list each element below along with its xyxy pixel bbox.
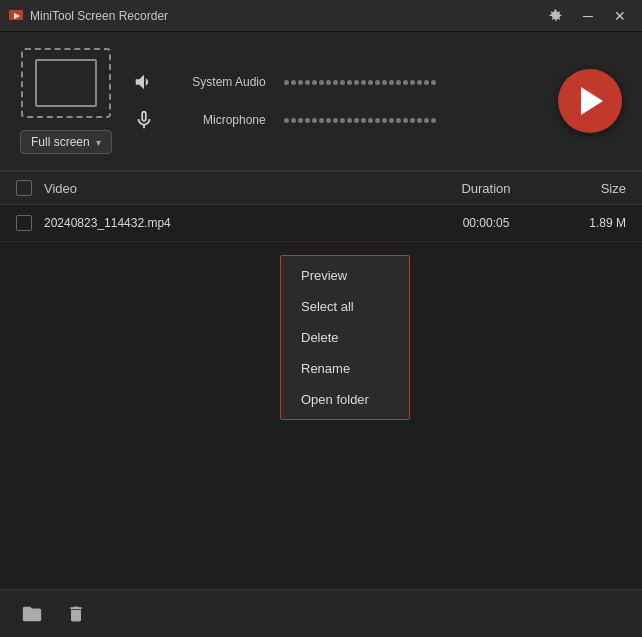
record-button[interactable] bbox=[558, 69, 622, 133]
microphone-label: Microphone bbox=[166, 113, 266, 127]
row-checkbox-col bbox=[16, 215, 44, 231]
trash-icon bbox=[66, 604, 86, 624]
header-duration: Duration bbox=[426, 181, 546, 196]
delete-button[interactable] bbox=[60, 598, 92, 630]
title-bar: MiniTool Screen Recorder ─ ✕ bbox=[0, 0, 642, 32]
row-checkbox[interactable] bbox=[16, 215, 32, 231]
microphone-row: Microphone bbox=[132, 108, 538, 132]
screen-preview bbox=[21, 48, 111, 118]
system-audio-row: System Audio bbox=[132, 70, 538, 94]
screen-selector-label: Full screen bbox=[31, 135, 90, 149]
open-folder-button[interactable] bbox=[16, 598, 48, 630]
row-duration: 00:00:05 bbox=[426, 216, 546, 230]
folder-icon bbox=[21, 603, 43, 625]
row-filename: 20240823_114432.mp4 bbox=[44, 216, 426, 230]
record-button-container bbox=[558, 69, 622, 133]
table-body: 20240823_114432.mp4 00:00:05 1.89 M Prev… bbox=[0, 205, 642, 589]
screen-selector-button[interactable]: Full screen ▾ bbox=[20, 130, 112, 154]
context-menu: Preview Select all Delete Rename Open fo… bbox=[280, 255, 410, 420]
header-checkbox-col bbox=[16, 180, 44, 196]
header-video: Video bbox=[44, 181, 426, 196]
app-title: MiniTool Screen Recorder bbox=[30, 9, 542, 23]
speaker-icon bbox=[132, 70, 156, 94]
close-button[interactable]: ✕ bbox=[606, 2, 634, 30]
system-audio-level bbox=[276, 80, 538, 85]
select-all-checkbox[interactable] bbox=[16, 180, 32, 196]
app-icon bbox=[8, 8, 24, 24]
row-size: 1.89 M bbox=[546, 216, 626, 230]
header-size: Size bbox=[546, 181, 626, 196]
system-audio-label: System Audio bbox=[166, 75, 266, 89]
bottom-toolbar bbox=[0, 589, 642, 637]
audio-controls: System Audio bbox=[132, 70, 538, 132]
context-menu-preview[interactable]: Preview bbox=[281, 260, 409, 291]
context-menu-open-folder[interactable]: Open folder bbox=[281, 384, 409, 415]
file-list-area: Video Duration Size 20240823_114432.mp4 … bbox=[0, 172, 642, 589]
context-menu-rename[interactable]: Rename bbox=[281, 353, 409, 384]
minimize-button[interactable]: ─ bbox=[574, 2, 602, 30]
settings-button[interactable] bbox=[542, 2, 570, 30]
screen-capture-section: Full screen ▾ bbox=[20, 48, 112, 154]
window-controls: ─ ✕ bbox=[542, 2, 634, 30]
table-header: Video Duration Size bbox=[0, 172, 642, 205]
context-menu-select-all[interactable]: Select all bbox=[281, 291, 409, 322]
chevron-down-icon: ▾ bbox=[96, 137, 101, 148]
microphone-icon bbox=[132, 108, 156, 132]
top-panel: Full screen ▾ System Audio bbox=[0, 32, 642, 171]
play-icon bbox=[581, 87, 603, 115]
microphone-level bbox=[276, 118, 538, 123]
table-row[interactable]: 20240823_114432.mp4 00:00:05 1.89 M bbox=[0, 205, 642, 242]
main-area: Full screen ▾ System Audio bbox=[0, 32, 642, 637]
screen-inner bbox=[35, 59, 97, 107]
context-menu-delete[interactable]: Delete bbox=[281, 322, 409, 353]
